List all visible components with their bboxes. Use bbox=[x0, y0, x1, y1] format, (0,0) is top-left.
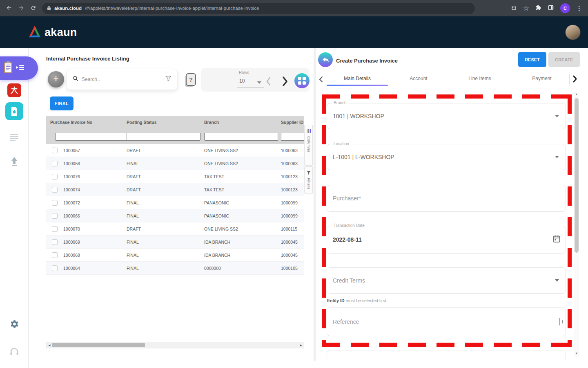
share-icon[interactable] bbox=[511, 4, 517, 12]
filters-side-tab[interactable]: Filters bbox=[304, 166, 313, 193]
tab-account[interactable]: Account bbox=[410, 76, 427, 81]
tab-main-details[interactable]: Main Details bbox=[344, 76, 371, 81]
create-button[interactable]: CREATE bbox=[548, 52, 580, 67]
scroll-left-arrow-icon[interactable]: ◄ bbox=[48, 343, 51, 347]
support-headset-icon[interactable] bbox=[0, 347, 29, 357]
column-header[interactable]: Supplier ID bbox=[281, 120, 304, 125]
collapse-menu-icon[interactable] bbox=[16, 64, 24, 72]
url-path: /#/applets/tnt/wavelet/erp/internal-purc… bbox=[85, 6, 259, 11]
scroll-up-arrow-icon[interactable]: ▲ bbox=[574, 92, 579, 96]
tabs-divider bbox=[315, 91, 588, 91]
branch-cell: ONE LIVING SS2 bbox=[204, 148, 281, 153]
column-filter-input[interactable] bbox=[281, 133, 304, 141]
row-checkbox[interactable] bbox=[52, 226, 58, 232]
invoice-no-cell: 1000069 bbox=[63, 240, 80, 245]
settings-gear-icon[interactable] bbox=[0, 319, 29, 329]
table-row[interactable]: 1000070 DRAFT ONE LIVING SS2 1000115 bbox=[46, 222, 304, 236]
table-row[interactable]: 1000064 FINAL 0000000 1000105 bbox=[46, 262, 304, 275]
sidebar-item-list[interactable] bbox=[0, 133, 29, 141]
purchaser-input[interactable] bbox=[327, 185, 566, 211]
row-checkbox[interactable] bbox=[52, 265, 58, 271]
url-domain: akaun.cloud bbox=[54, 6, 82, 11]
branch-cell: PANASONIC bbox=[204, 213, 281, 218]
column-filter-input[interactable] bbox=[127, 133, 200, 141]
column-header[interactable]: Posting Status bbox=[127, 120, 204, 125]
credit-terms-select[interactable] bbox=[327, 267, 566, 294]
tabs-scroll-right-icon[interactable] bbox=[572, 75, 577, 84]
table-row[interactable]: 1000066 FINAL PANASONIC 1000099 bbox=[46, 209, 304, 222]
column-header[interactable]: Branch bbox=[204, 120, 281, 125]
user-avatar[interactable] bbox=[565, 25, 581, 40]
sidebar-item-upload[interactable] bbox=[0, 157, 29, 167]
table-row[interactable]: 1000057 DRAFT ONE LIVING SS2 1000063 bbox=[46, 144, 304, 157]
grid-view-button[interactable] bbox=[294, 73, 310, 88]
branch-select[interactable]: Branch 1001 | WORKSHOP bbox=[327, 103, 566, 129]
row-checkbox[interactable] bbox=[52, 200, 58, 206]
sidebar-item-active-applet[interactable] bbox=[0, 56, 38, 80]
add-invoice-button[interactable]: + bbox=[48, 71, 64, 88]
table-row[interactable]: 1000076 DRAFT TAX TEST 1000123 bbox=[46, 170, 304, 183]
tab-payment[interactable]: Payment bbox=[532, 76, 551, 81]
columns-side-tab[interactable]: Columns bbox=[304, 125, 313, 166]
chevron-down-icon[interactable] bbox=[555, 279, 559, 282]
row-checkbox[interactable] bbox=[52, 174, 58, 180]
rows-dropdown-caret-icon[interactable] bbox=[257, 81, 261, 84]
calendar-icon[interactable] bbox=[553, 235, 560, 245]
rows-per-page-value[interactable]: 10 bbox=[239, 78, 245, 84]
sidebar-item-red-applet[interactable] bbox=[0, 83, 29, 97]
column-filter-input[interactable] bbox=[55, 133, 129, 141]
kebab-menu-icon[interactable]: ⋮ bbox=[576, 5, 582, 11]
bookmark-star-icon[interactable]: ☆ bbox=[523, 5, 529, 12]
supplier-id-cell: 1000123 bbox=[281, 187, 304, 192]
table-row[interactable]: 1000069 FINAL IDA BRANCH 1000045 bbox=[46, 236, 304, 249]
back-button[interactable] bbox=[318, 52, 333, 67]
credit-terms-input[interactable] bbox=[327, 268, 566, 293]
help-card-icon[interactable]: ? bbox=[186, 73, 196, 86]
address-bar[interactable]: akaun.cloud/#/applets/tnt/wavelet/erp/in… bbox=[42, 3, 475, 14]
next-page-button[interactable] bbox=[282, 76, 288, 88]
reference-scan-icon[interactable] bbox=[559, 318, 560, 325]
chevron-down-icon[interactable] bbox=[555, 156, 559, 158]
tabs-scroll-left-icon[interactable] bbox=[319, 76, 323, 84]
row-checkbox[interactable] bbox=[52, 239, 58, 245]
row-checkbox[interactable] bbox=[52, 148, 58, 153]
branch-cell: ONE LIVING SS2 bbox=[204, 161, 281, 166]
table-row[interactable]: 1000072 FINAL PANASONIC 1000099 bbox=[46, 196, 304, 209]
refresh-icon[interactable] bbox=[30, 5, 36, 12]
transaction-date-input[interactable] bbox=[327, 226, 566, 253]
search-input[interactable] bbox=[82, 76, 162, 82]
table-row[interactable]: 1000074 DRAFT TAX TEST 1000123 bbox=[46, 183, 304, 196]
listing-title: Internal Purchase Invoice Listing bbox=[46, 56, 129, 62]
row-checkbox[interactable] bbox=[52, 213, 58, 219]
previous-page-button[interactable] bbox=[266, 77, 271, 88]
side-panel-icon[interactable] bbox=[548, 4, 554, 12]
row-checkbox[interactable] bbox=[52, 252, 58, 258]
table-row[interactable]: 1000068 FINAL IDA BRANCH 1000045 bbox=[46, 249, 304, 262]
chevron-down-icon[interactable] bbox=[555, 115, 559, 117]
column-filter-input[interactable] bbox=[204, 133, 278, 141]
scroll-down-arrow-icon[interactable]: ▼ bbox=[574, 352, 579, 355]
posting-status-cell: FINAL bbox=[127, 200, 204, 205]
filter-funnel-icon[interactable] bbox=[165, 76, 172, 83]
forward-icon[interactable] bbox=[18, 4, 24, 12]
supplier-id-cell: 1000045 bbox=[281, 253, 304, 258]
row-checkbox[interactable] bbox=[52, 187, 58, 193]
row-checkbox[interactable] bbox=[52, 161, 58, 166]
back-icon[interactable] bbox=[6, 4, 12, 12]
sidebar-item-teal-applet[interactable] bbox=[0, 102, 29, 120]
column-header[interactable]: Purchase Invoice No bbox=[46, 120, 127, 125]
tab-line-items[interactable]: Line Items bbox=[468, 76, 491, 81]
extensions-icon[interactable] bbox=[535, 4, 541, 12]
horizontal-scrollbar[interactable]: ◄ ► bbox=[46, 342, 304, 348]
browser-profile-avatar[interactable]: C bbox=[560, 3, 570, 13]
reset-button[interactable]: RESET bbox=[518, 52, 546, 67]
horizontal-scroll-thumb[interactable] bbox=[52, 343, 145, 347]
reference-input[interactable] bbox=[327, 308, 566, 336]
posting-status-cell: DRAFT bbox=[127, 187, 204, 192]
table-row[interactable]: 1000056 FINAL ONE LIVING SS2 1000063 bbox=[46, 157, 304, 170]
final-filter-button[interactable]: FINAL bbox=[50, 96, 74, 110]
form-scroll-thumb[interactable] bbox=[575, 98, 579, 253]
rows-underline bbox=[237, 88, 264, 88]
scroll-right-arrow-icon[interactable]: ► bbox=[299, 343, 303, 347]
location-select[interactable]: Location L-1001 | L-WORKSHOP bbox=[327, 144, 566, 170]
